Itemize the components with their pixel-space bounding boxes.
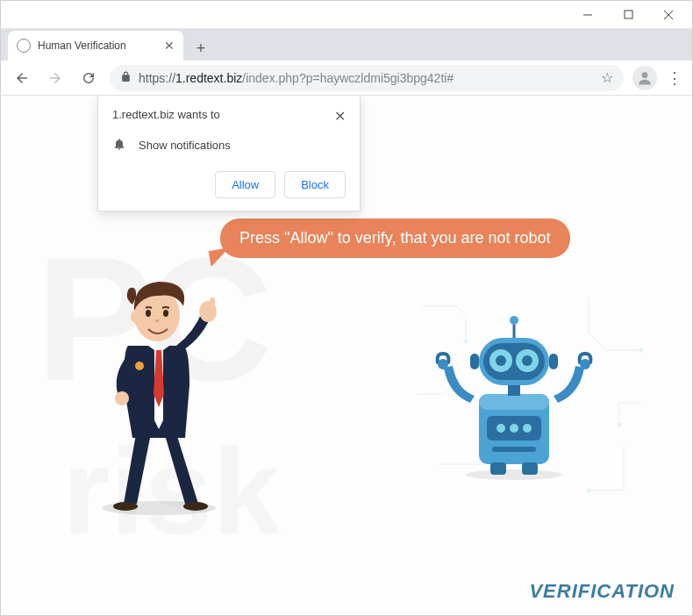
kebab-menu-icon[interactable]: ⋮	[666, 68, 683, 88]
lock-icon	[120, 71, 132, 85]
page-content: PC risk 1.redtext.biz wants to ✕ Show	[1, 96, 692, 615]
url-protocol: https://	[139, 71, 175, 85]
svg-rect-44	[549, 354, 558, 369]
svg-point-19	[146, 310, 151, 317]
allow-button[interactable]: Allow	[215, 171, 275, 198]
svg-point-10	[618, 423, 621, 426]
svg-point-40	[522, 355, 532, 366]
svg-rect-26	[479, 394, 549, 410]
forward-button[interactable]	[43, 66, 68, 90]
address-bar[interactable]: https://1.redtext.biz/index.php?p=haywcz…	[110, 65, 624, 91]
url-text: https://1.redtext.biz/index.php?p=haywcz…	[139, 71, 454, 85]
svg-point-30	[523, 424, 532, 433]
svg-point-22	[466, 469, 562, 480]
browser-toolbar: https://1.redtext.biz/index.php?p=haywcz…	[1, 61, 692, 96]
close-prompt-icon[interactable]: ✕	[334, 108, 346, 125]
bell-icon	[112, 137, 126, 154]
svg-point-21	[135, 362, 144, 370]
url-path: /index.php?p=haywczldmi5gi3bpg42ti#	[242, 71, 454, 85]
bookmark-star-icon[interactable]: ☆	[601, 69, 613, 86]
speech-bubble: Press "Allow" to verify, that you are no…	[220, 218, 570, 258]
permission-capability-text: Show notifications	[139, 139, 231, 152]
tab-title: Human Verification	[38, 39, 157, 52]
permission-origin-text: 1.redtext.biz wants to	[112, 108, 220, 121]
svg-rect-31	[492, 447, 536, 452]
reload-button[interactable]	[76, 66, 101, 90]
svg-point-24	[580, 359, 590, 369]
man-illustration	[71, 262, 246, 517]
window-titlebar	[1, 1, 692, 29]
svg-point-13	[183, 502, 208, 511]
svg-point-18	[131, 311, 139, 323]
minimize-button[interactable]	[568, 2, 608, 28]
svg-point-29	[510, 424, 518, 433]
favicon-icon	[17, 39, 31, 53]
svg-rect-32	[490, 462, 506, 475]
svg-point-4	[642, 72, 648, 78]
svg-rect-1	[625, 11, 632, 18]
robot-illustration	[431, 306, 597, 482]
new-tab-button[interactable]: +	[189, 36, 213, 61]
bubble-text: Press "Allow" to verify, that you are no…	[239, 229, 551, 247]
browser-tab[interactable]: Human Verification ✕	[8, 31, 183, 61]
svg-point-42	[510, 316, 518, 325]
close-window-button[interactable]	[648, 2, 689, 28]
svg-point-39	[496, 355, 506, 366]
maximize-button[interactable]	[608, 2, 648, 28]
svg-rect-33	[522, 462, 538, 475]
notification-permission-prompt: 1.redtext.biz wants to ✕ Show notificati…	[97, 96, 361, 211]
verification-footer-label: VERIFICATION	[529, 580, 675, 603]
svg-point-28	[497, 424, 505, 433]
svg-point-20	[163, 310, 168, 317]
url-host: 1.redtext.biz	[175, 71, 242, 85]
browser-window: Human Verification ✕ + https://1.redtext…	[0, 0, 693, 616]
svg-point-12	[113, 502, 138, 511]
svg-point-8	[587, 489, 590, 492]
profile-button[interactable]	[632, 66, 657, 90]
svg-rect-43	[470, 354, 479, 369]
svg-point-14	[115, 391, 129, 405]
svg-point-23	[438, 359, 448, 369]
block-button[interactable]: Block	[284, 171, 346, 198]
svg-point-6	[639, 348, 643, 352]
back-button[interactable]	[10, 66, 34, 90]
svg-rect-16	[210, 297, 215, 310]
tab-strip: Human Verification ✕ +	[1, 29, 692, 61]
close-tab-icon[interactable]: ✕	[164, 39, 175, 53]
